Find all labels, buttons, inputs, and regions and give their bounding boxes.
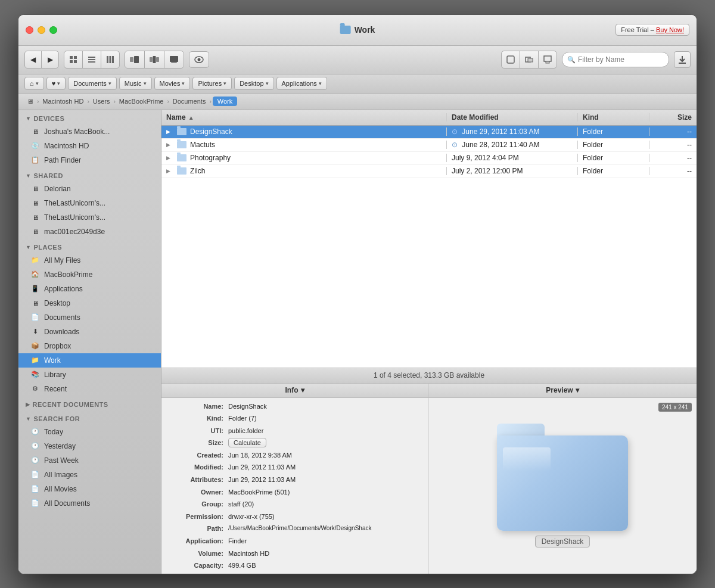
breadcrumb-documents[interactable]: Documents bbox=[170, 97, 209, 106]
icon-view-button[interactable] bbox=[64, 51, 83, 68]
breadcrumb-macintosh-hd[interactable]: Macintosh HD bbox=[40, 97, 86, 106]
window-title: Work bbox=[355, 25, 375, 35]
col-header-name[interactable]: Name ▲ bbox=[161, 113, 446, 122]
info-row-kind: Kind: Folder (7) bbox=[169, 413, 421, 424]
sidebar-item-documents[interactable]: 📄 Documents bbox=[18, 310, 161, 325]
sync-icon-0: ⊙ bbox=[452, 127, 458, 136]
coverflow-btn1[interactable] bbox=[125, 51, 145, 68]
sync-icon-1: ⊙ bbox=[452, 141, 458, 149]
back-button[interactable]: ◀ bbox=[25, 51, 42, 68]
search-bar[interactable]: 🔍 bbox=[562, 52, 669, 67]
col-header-kind[interactable]: Kind bbox=[577, 113, 649, 122]
home-button[interactable]: ⌂ ▾ bbox=[24, 77, 44, 90]
movies-nav-button[interactable]: Movies ▾ bbox=[154, 77, 191, 90]
action-btn1[interactable] bbox=[502, 51, 520, 68]
desktop-nav-button[interactable]: Desktop ▾ bbox=[234, 77, 273, 90]
svg-point-18 bbox=[198, 58, 201, 61]
preview-dropdown-icon[interactable]: ▾ bbox=[576, 386, 579, 394]
sidebar-item-yesterday[interactable]: 🕐 Yesterday bbox=[18, 439, 161, 453]
breadcrumb-computer[interactable]: 🖥 bbox=[24, 97, 36, 106]
sidebar-item-past-week[interactable]: 🕐 Past Week bbox=[18, 453, 161, 468]
sidebar-item-all-my-files[interactable]: 📁 All My Files bbox=[18, 253, 161, 267]
sidebar-item-lastunicorn1[interactable]: 🖥 TheLastUnicorn's... bbox=[18, 196, 161, 210]
cover-flow-group bbox=[125, 51, 184, 69]
status-bar: 1 of 4 selected, 313.3 GB available bbox=[161, 368, 697, 383]
sidebar-item-downloads[interactable]: ⬇ Downloads bbox=[18, 325, 161, 339]
sidebar-item-mac001[interactable]: 🖥 mac001ec2049d3e bbox=[18, 225, 161, 239]
table-row[interactable]: ▶ DesignShack ⊙ June 29, 2012 11:03 AM F… bbox=[161, 126, 697, 139]
documents-nav-button[interactable]: Documents ▾ bbox=[68, 77, 117, 90]
breadcrumb-work[interactable]: Work bbox=[213, 97, 237, 106]
recent-docs-toggle[interactable]: ▶ bbox=[26, 402, 30, 407]
minimize-button[interactable] bbox=[38, 26, 45, 34]
sidebar-item-lastunicorn2[interactable]: 🖥 TheLastUnicorn's... bbox=[18, 210, 161, 225]
breadcrumb-users[interactable]: Users bbox=[91, 97, 113, 106]
row-expand-triangle: ▶ bbox=[166, 142, 173, 148]
col-header-date[interactable]: Date Modified bbox=[446, 113, 577, 122]
table-row[interactable]: ▶ Mactuts ⊙ June 28, 2012 11:40 AM Folde… bbox=[161, 139, 697, 152]
download-button[interactable] bbox=[674, 51, 691, 68]
col-header-size[interactable]: Size bbox=[649, 113, 697, 122]
column-view-button[interactable] bbox=[101, 51, 119, 68]
action-btn2[interactable] bbox=[520, 51, 539, 68]
search-for-toggle[interactable]: ▼ bbox=[26, 416, 31, 422]
pictures-nav-button[interactable]: Pictures ▾ bbox=[192, 77, 232, 90]
calculate-button[interactable]: Calculate bbox=[228, 438, 266, 447]
file-list: ▶ DesignShack ⊙ June 29, 2012 11:03 AM F… bbox=[161, 126, 697, 368]
sidebar-item-today[interactable]: 🕐 Today bbox=[18, 425, 161, 439]
applications-nav-button[interactable]: Applications ▾ bbox=[276, 77, 327, 90]
info-row-permission: Permission: drwxr-xr-x (755) bbox=[169, 512, 421, 522]
title-folder-icon bbox=[340, 26, 351, 34]
big-folder-icon bbox=[497, 424, 628, 531]
sidebar-item-applications[interactable]: 📱 Applications bbox=[18, 282, 161, 296]
info-row-path: Path: /Users/MacBookPrime/Documents/Work… bbox=[169, 524, 421, 534]
sidebar-item-recent[interactable]: ⚙ Recent bbox=[18, 382, 161, 396]
lastunicorn2-icon: 🖥 bbox=[30, 213, 40, 222]
coverflow-btn3[interactable] bbox=[164, 51, 184, 68]
coverflow-btn2[interactable] bbox=[145, 51, 164, 68]
search-input[interactable] bbox=[578, 55, 664, 64]
table-row[interactable]: ▶ Photography July 9, 2012 4:04 PM Folde… bbox=[161, 152, 697, 165]
devices-toggle[interactable]: ▼ bbox=[26, 116, 31, 122]
close-button[interactable] bbox=[26, 26, 33, 34]
svg-rect-1 bbox=[74, 56, 77, 59]
macbook-icon: 🖥 bbox=[30, 127, 40, 136]
music-nav-button[interactable]: Music ▾ bbox=[119, 77, 152, 90]
eye-icon bbox=[194, 55, 204, 64]
sidebar-item-path-finder[interactable]: 📋 Path Finder bbox=[18, 153, 161, 167]
folder-shine bbox=[503, 447, 551, 471]
shared-toggle[interactable]: ▼ bbox=[26, 173, 31, 179]
places-toggle[interactable]: ▼ bbox=[26, 244, 31, 250]
buy-now-link[interactable]: Buy Now! bbox=[656, 26, 684, 33]
library-icon: 📚 bbox=[30, 370, 40, 379]
forward-button[interactable]: ▶ bbox=[42, 51, 58, 68]
info-dropdown-icon[interactable]: ▾ bbox=[301, 386, 304, 394]
quick-look-button[interactable] bbox=[189, 51, 209, 68]
all-images-icon: 📄 bbox=[30, 470, 40, 480]
applications-dropdown-icon: ▾ bbox=[319, 80, 322, 86]
sidebar-item-library[interactable]: 📚 Library bbox=[18, 368, 161, 382]
documents-dropdown-icon: ▾ bbox=[108, 80, 111, 86]
shared-section-header: ▼ SHARED bbox=[18, 167, 161, 182]
sidebar-item-all-images[interactable]: 📄 All Images bbox=[18, 468, 161, 482]
finder-window: Work Free Trial – Buy Now! ◀ ▶ bbox=[18, 14, 697, 574]
folder-tab bbox=[497, 424, 545, 437]
breadcrumb-macbookprime[interactable]: MacBookPrime bbox=[117, 97, 166, 106]
sidebar-item-all-documents[interactable]: 📄 All Documents bbox=[18, 496, 161, 511]
square-icon3 bbox=[543, 55, 552, 64]
sidebar-item-all-movies[interactable]: 📄 All Movies bbox=[18, 482, 161, 496]
list-view-button[interactable] bbox=[83, 51, 101, 68]
table-row[interactable]: ▶ Zilch July 2, 2012 12:00 PM Folder -- bbox=[161, 165, 697, 178]
favorites-button[interactable]: ♥ ▾ bbox=[46, 77, 66, 90]
sidebar-item-desktop[interactable]: 🖥 Desktop bbox=[18, 296, 161, 310]
info-row-modified: Modified: Jun 29, 2012 11:03 AM bbox=[169, 462, 421, 473]
sidebar-item-work[interactable]: 📁 Work bbox=[18, 353, 161, 368]
sidebar-item-delorian[interactable]: 🖥 Delorian bbox=[18, 182, 161, 196]
sidebar-item-joshua-macbook[interactable]: 🖥 Joshua's MacBook... bbox=[18, 125, 161, 139]
preview-content: 241 x 241 DesignShack bbox=[428, 398, 697, 574]
sidebar-item-macintosh-hd[interactable]: 💿 Macintosh HD bbox=[18, 139, 161, 153]
sidebar-item-dropbox[interactable]: 📦 Dropbox bbox=[18, 339, 161, 353]
zoom-button[interactable] bbox=[49, 26, 57, 34]
sidebar-item-macbookprime[interactable]: 🏠 MacBookPrime bbox=[18, 267, 161, 282]
action-btn3[interactable] bbox=[539, 51, 557, 68]
